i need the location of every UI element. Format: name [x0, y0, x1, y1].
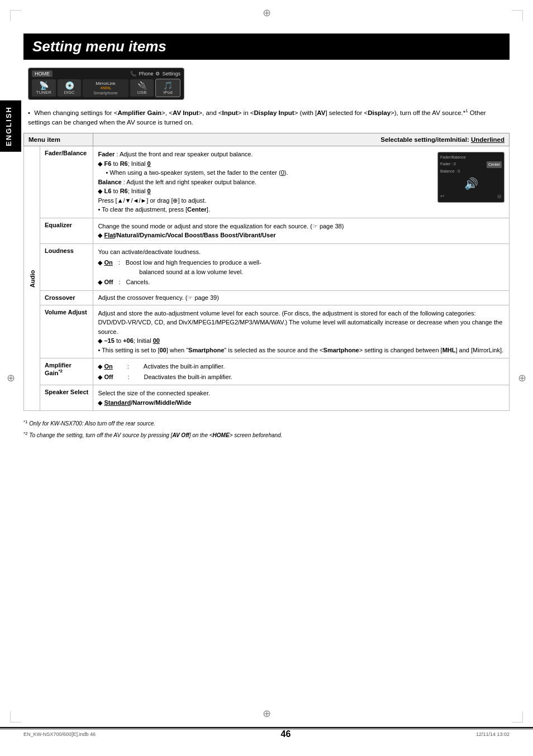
intro-text: When changing settings for <Amplifier Ga…: [23, 108, 510, 127]
fader-device-image: Fader/Balance Fader : 0 Center Balance :…: [437, 152, 505, 203]
fader-range: F6 to R6; Initial 0: [98, 160, 150, 167]
settings-icon: ⚙: [155, 71, 160, 76]
menu-item-speaker-select: Speaker Select: [40, 385, 93, 411]
reg-mark-left: ⊕: [7, 372, 15, 384]
volume-adjust-settings: Adjust and store the auto-adjustment vol…: [98, 309, 505, 355]
fader-image-inner: Fader/Balance Fader : 0 Center Balance :…: [440, 155, 502, 200]
device-screen: HOME 📞 Phone ⚙ Settings 📡 TUNER 💿: [28, 68, 184, 100]
bottom-rule: [0, 727, 533, 728]
fader-row-3: Balance : 0: [440, 169, 502, 175]
amplifier-gain-settings: On : Activates the built-in amplifier. O…: [98, 362, 505, 381]
footer-notes: *1 Only for KW-NSX700: Also turn off the…: [23, 419, 510, 440]
device-home-button: HOME: [32, 70, 53, 77]
press-instruction: Press [▲/▼/◄/►] or drag [⊕] to adjust.: [98, 197, 206, 204]
note1-italic: Only for KW-NSX700: Also turn off the re…: [29, 421, 155, 427]
main-content: Setting menu items HOME 📞 Phone ⚙ Settin…: [23, 0, 510, 486]
phone-label: Phone: [139, 71, 153, 76]
page-number: 46: [281, 729, 291, 739]
loudness-off-value: Cancels.: [126, 277, 150, 287]
fader-center-visual: 🔊: [440, 175, 502, 192]
tuner-label: TUNER: [35, 90, 53, 95]
footer-note-1: *1 Only for KW-NSX700: Also turn off the…: [23, 419, 510, 428]
menu-item-loudness: Loudness: [40, 243, 93, 290]
mirrorlink-label: MirrorLink: [87, 81, 123, 86]
ipod-button: 🎵 iPod: [155, 79, 180, 97]
volume-adjust-content: Adjust and store the auto-adjustment vol…: [93, 305, 510, 358]
loudness-off-colon: :: [118, 277, 120, 287]
amp-gain-off-colon: :: [127, 372, 129, 382]
ipod-label: iPod: [159, 90, 177, 95]
loudness-off-key: Off: [98, 277, 113, 287]
clear-instruction: To clear the adjustment, press [Center].: [98, 206, 210, 213]
page-bottom: EN_KW-NSX700/600[E].indb 46 46 12/11/14 …: [0, 729, 533, 739]
equalizer-settings: Change the sound mode or adjust and stor…: [98, 222, 505, 240]
reg-mark-top: ⊕: [263, 7, 271, 19]
loudness-on-colon: :: [118, 258, 120, 276]
amp-gain-on-colon: :: [127, 362, 129, 371]
crossover-content: Adjust the crossover frequency. (☞ page …: [93, 290, 510, 305]
usb-button: 🔌 USB: [130, 79, 154, 97]
table-row: Crossover Adjust the crossover frequency…: [24, 290, 510, 305]
table-header-initial: Initial: Underlined: [450, 136, 505, 143]
device-top-bar: HOME 📞 Phone ⚙ Settings: [32, 70, 180, 77]
mhl-label: ✕MHL: [87, 86, 123, 90]
speaker-select-content: Select the size of the connected speaker…: [93, 385, 510, 411]
amp-gain-off-value: Deactivates the built-in amplifier.: [144, 372, 232, 382]
corner-mark-bl: [10, 711, 21, 722]
table-row: Volume Adjust Adjust and store the auto-…: [24, 305, 510, 358]
note2-superscript: *2: [23, 431, 28, 436]
fader-back-icon: ↩: [440, 193, 445, 200]
speaker-select-desc: Select the size of the connected speaker…: [98, 390, 210, 396]
fader-row-2: Fader : 0 Center: [440, 161, 502, 169]
menu-item-equalizer: Equalizer: [40, 218, 93, 243]
amp-gain-off-key: Off: [98, 372, 113, 382]
volume-adjust-desc: Adjust and store the auto-adjustment vol…: [98, 310, 502, 335]
crossover-desc: Adjust the crossover frequency. (☞ page …: [98, 294, 218, 301]
loudness-on-key: On: [98, 258, 112, 276]
device-bottom-bar: 📡 TUNER 💿 DISC MirrorLink ✕MHL Smartphon…: [32, 79, 180, 97]
menu-item-amplifier-gain: Amplifier Gain*2: [40, 358, 93, 385]
table-row: Loudness You can activate/deactivate lou…: [24, 243, 510, 290]
equalizer-desc: Change the sound mode or adjust and stor…: [98, 223, 344, 229]
ipod-icon: 🎵: [159, 81, 177, 90]
table-row: Equalizer Change the sound mode or adjus…: [24, 218, 510, 243]
menu-item-fader-balance: Fader/Balance: [40, 146, 93, 218]
center-btn: Center: [487, 161, 502, 169]
fader-row-1: Fader/Balance: [440, 155, 502, 161]
fader-label: Fader: [98, 151, 115, 157]
reg-mark-right: ⊕: [518, 372, 526, 384]
loudness-on-value: Boost low and high frequencies to produc…: [126, 258, 261, 276]
page-wrapper: ⊕ ⊕ ⊕ ⊕ ENGLISH Setting menu items HOME …: [0, 0, 533, 756]
smartphone-button: MirrorLink ✕MHL Smartphone: [83, 79, 128, 97]
device-image-area: HOME 📞 Phone ⚙ Settings 📡 TUNER 💿: [28, 68, 510, 100]
fader-bottom-row: ↩ ▤: [440, 193, 502, 200]
disc-icon: 💿: [60, 81, 79, 90]
phone-icon: 📞: [130, 71, 136, 76]
table-header-col2: Selectable setting/item Initial: Underli…: [93, 133, 510, 146]
fader-balance-content: Fader/Balance Fader : 0 Center Balance :…: [93, 146, 510, 218]
speaker-select-settings: Select the size of the connected speaker…: [98, 389, 505, 407]
amp-gain-off-row: Off : Deactivates the built-in amplifier…: [98, 372, 505, 382]
loudness-desc: You can activate/deactivate loudness.: [98, 248, 201, 255]
english-sidebar: ENGLISH: [0, 101, 21, 152]
menu-item-crossover: Crossover: [40, 290, 93, 305]
disc-button: 💿 DISC: [58, 79, 82, 97]
balance-range: L6 to R6; Initial 0: [98, 188, 150, 194]
amplifier-gain-content: On : Activates the built-in amplifier. O…: [93, 358, 510, 385]
usb-icon: 🔌: [133, 81, 151, 90]
loudness-off-row: Off : Cancels.: [98, 277, 505, 287]
note2-italic: To change the setting, turn off the AV s…: [29, 432, 282, 438]
loudness-settings: You can activate/deactivate loudness. On…: [98, 247, 505, 287]
volume-smartphone-note: This setting is set to [00] when "Smartp…: [98, 347, 503, 353]
loudness-content: You can activate/deactivate loudness. On…: [93, 243, 510, 290]
fader-control-icon: ▤: [497, 193, 502, 200]
loudness-on-row: On : Boost low and high frequencies to p…: [98, 258, 505, 276]
tuner-button: 📡 TUNER: [32, 79, 56, 97]
table-row: Speaker Select Select the size of the co…: [24, 385, 510, 411]
note1-superscript: *1: [23, 419, 28, 424]
amp-gain-on-row: On : Activates the built-in amplifier.: [98, 362, 505, 371]
reg-mark-bottom: ⊕: [263, 707, 271, 720]
equalizer-content: Change the sound mode or adjust and stor…: [93, 218, 510, 243]
fader-balance-settings: Fader/Balance Fader : 0 Center Balance :…: [98, 150, 505, 214]
corner-mark-br: [512, 711, 523, 722]
